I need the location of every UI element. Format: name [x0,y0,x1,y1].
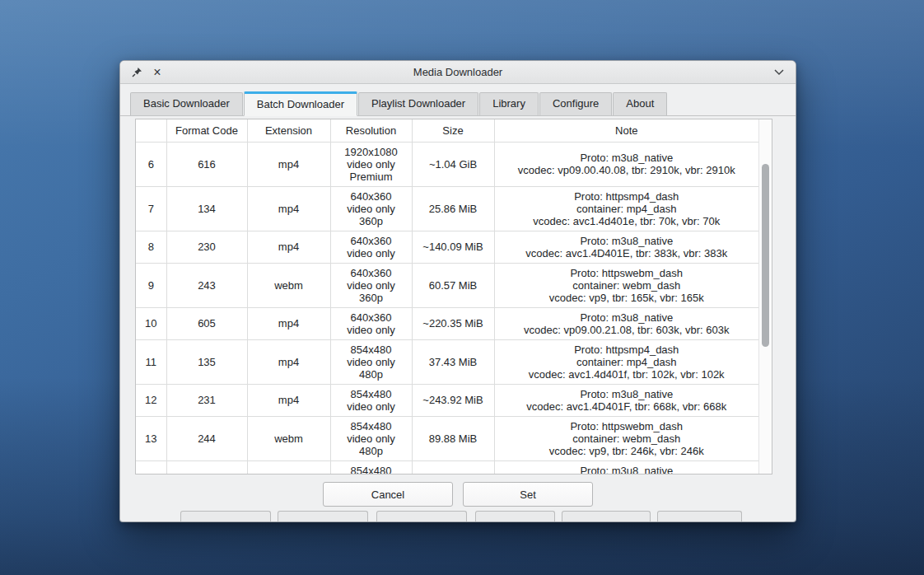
cell-extension: webm [247,263,330,307]
format-table-frame: Format CodeExtensionResolutionSizeNote 6… [135,119,772,474]
column-header-note[interactable]: Note [494,119,758,142]
tab-configure[interactable]: Configure [539,92,612,115]
window-title: Media Downloader [120,66,796,78]
cell-size: ~220.35 MiB [412,307,494,339]
row-index: 8 [136,231,166,263]
cell-extension: mp4 [247,307,330,339]
cell-resolution: 640x360video only [330,231,412,263]
clipped-button [657,511,742,521]
scrollbar-thumb[interactable] [762,164,769,347]
cell-extension [247,460,330,474]
row-index: 10 [136,307,166,339]
table-header-row: Format CodeExtensionResolutionSizeNote [136,119,758,142]
cell-format-code [166,460,247,474]
table-row[interactable]: 854x480Proto: m3u8_native [136,460,758,474]
table-row[interactable]: 7134mp4640x360video only360p25.86 MiBPro… [136,186,758,231]
dialog-button-row: Cancel Set [135,482,781,507]
cell-resolution: 640x360video only360p [330,263,412,307]
cell-resolution: 640x360video only360p [330,186,412,231]
cell-extension: mp4 [247,384,330,416]
cell-format-code: 231 [166,384,247,416]
titlebar[interactable]: × Media Downloader [120,61,796,84]
format-table-body: 6616mp41920x1080video onlyPremium~1.04 G… [136,142,758,474]
cell-resolution: 854x480video only480p [330,416,412,460]
clipped-button [475,511,555,521]
cell-note: Proto: httpswebm_dashcontainer: webm_das… [494,263,758,307]
cell-resolution: 640x360video only [330,307,412,339]
cell-extension: mp4 [247,231,330,263]
clipped-button [278,511,368,521]
media-downloader-window: × Media Downloader Basic DownloaderBatch… [119,60,796,522]
clipped-button [376,511,467,521]
header-corner [136,119,166,142]
cell-size: ~1.04 GiB [412,142,494,186]
cell-size: 25.86 MiB [412,186,494,231]
cancel-button[interactable]: Cancel [323,482,453,507]
cell-resolution: 854x480video only480p [330,339,412,384]
cell-format-code: 134 [166,186,247,231]
format-table-viewport: Format CodeExtensionResolutionSizeNote 6… [136,119,758,474]
column-header-resolution[interactable]: Resolution [330,119,412,142]
cell-extension: webm [247,416,330,460]
pin-icon[interactable] [130,66,143,79]
table-row[interactable]: 13244webm854x480video only480p89.88 MiBP… [136,416,758,460]
table-row[interactable]: 6616mp41920x1080video onlyPremium~1.04 G… [136,142,758,186]
cell-note: Proto: m3u8_nativevcodec: vp09.00.21.08,… [494,307,758,339]
table-row[interactable]: 11135mp4854x480video only480p37.43 MiBPr… [136,339,758,384]
row-index: 6 [136,142,166,186]
cell-size: 37.43 MiB [412,339,494,384]
cell-note: Proto: m3u8_nativevcodec: avc1.4D401F, t… [494,384,758,416]
column-header-format-code[interactable]: Format Code [166,119,247,142]
table-row[interactable]: 10605mp4640x360video only~220.35 MiBProt… [136,307,758,339]
cell-size: 89.88 MiB [412,416,494,460]
cell-format-code: 244 [166,416,247,460]
cell-note: Proto: m3u8_native [494,460,758,474]
clipped-button [180,511,271,521]
format-table: Format CodeExtensionResolutionSizeNote 6… [136,119,758,474]
cell-format-code: 616 [166,142,247,186]
cell-format-code: 230 [166,231,247,263]
cell-note: Proto: httpsmp4_dashcontainer: mp4_dashv… [494,339,758,384]
tab-bar: Basic DownloaderBatch DownloaderPlaylist… [120,84,796,116]
row-index: 9 [136,263,166,307]
cell-size: 60.57 MiB [412,263,494,307]
cell-size [412,460,494,474]
desktop-background: × Media Downloader Basic DownloaderBatch… [0,0,924,575]
cell-resolution: 1920x1080video onlyPremium [330,142,412,186]
tab-batch-downloader[interactable]: Batch Downloader [244,91,357,116]
cell-format-code: 605 [166,307,247,339]
cell-size: ~140.09 MiB [412,231,494,263]
cell-note: Proto: httpswebm_dashcontainer: webm_das… [494,416,758,460]
cell-resolution: 854x480 [330,460,412,474]
column-header-extension[interactable]: Extension [247,119,330,142]
table-row[interactable]: 8230mp4640x360video only~140.09 MiBProto… [136,231,758,263]
table-row[interactable]: 12231mp4854x480video only~243.92 MiBProt… [136,384,758,416]
tab-library[interactable]: Library [479,92,539,115]
cell-extension: mp4 [247,339,330,384]
chevron-down-icon[interactable] [772,66,786,79]
row-index: 12 [136,384,166,416]
row-index: 11 [136,339,166,384]
cell-format-code: 135 [166,339,247,384]
row-index [136,460,166,474]
cell-note: Proto: m3u8_nativevcodec: avc1.4D401E, t… [494,231,758,263]
cell-note: Proto: httpsmp4_dashcontainer: mp4_dashv… [494,186,758,231]
close-icon[interactable]: × [151,66,164,79]
clipped-button [562,511,651,521]
cell-size: ~243.92 MiB [412,384,494,416]
tab-basic-downloader[interactable]: Basic Downloader [130,92,243,115]
cell-extension: mp4 [247,142,330,186]
batch-downloader-page: Format CodeExtensionResolutionSizeNote 6… [120,116,796,507]
tab-about[interactable]: About [613,92,667,115]
column-header-size[interactable]: Size [412,119,494,142]
tab-playlist-downloader[interactable]: Playlist Downloader [358,92,478,115]
vertical-scrollbar[interactable] [758,119,772,474]
cell-resolution: 854x480video only [330,384,412,416]
cell-note: Proto: m3u8_nativevcodec: vp09.00.40.08,… [494,142,758,186]
cell-format-code: 243 [166,263,247,307]
cell-extension: mp4 [247,186,330,231]
set-button[interactable]: Set [463,482,593,507]
table-row[interactable]: 9243webm640x360video only360p60.57 MiBPr… [136,263,758,307]
row-index: 7 [136,186,166,231]
row-index: 13 [136,416,166,460]
